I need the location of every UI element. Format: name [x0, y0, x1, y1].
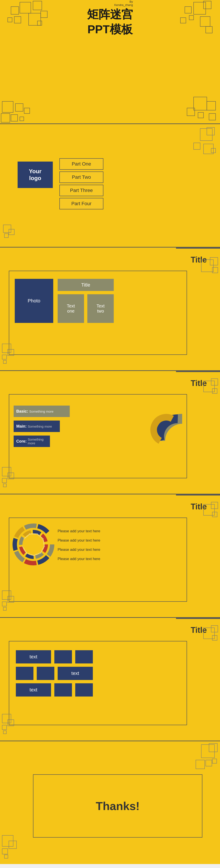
svg-rect-80 [204, 628, 215, 639]
slide-6: Title text text text [0, 617, 220, 741]
svg-rect-14 [206, 26, 212, 33]
author-label: By Kendra_zhang [87, 0, 133, 7]
nav-list: Part One Part Two Part Three Part Four [60, 158, 103, 211]
deco-tr-6 [192, 619, 219, 645]
nav-item-2[interactable]: Part Two [60, 172, 103, 183]
nav-item-4[interactable]: Part Four [60, 198, 103, 209]
maze-decoration-tr [172, 0, 216, 40]
svg-rect-83 [2, 714, 11, 723]
svg-rect-13 [180, 18, 186, 23]
deco-tr-2 [183, 126, 218, 161]
svg-rect-25 [209, 114, 216, 120]
svg-rect-7 [37, 21, 42, 25]
svg-rect-82 [212, 636, 217, 640]
text-item-1: Please add your text here [58, 529, 100, 533]
svg-rect-11 [200, 17, 210, 26]
svg-rect-26 [200, 128, 212, 141]
slide-5: Title [0, 494, 220, 617]
svg-rect-19 [11, 115, 17, 121]
svg-rect-21 [194, 97, 207, 110]
deco-tr-5 [192, 496, 219, 522]
text-block-row3: text [16, 683, 51, 696]
deco-bl-2 [2, 216, 20, 243]
svg-rect-38 [8, 349, 14, 355]
svg-rect-15 [2, 101, 13, 113]
svg-rect-79 [3, 607, 6, 610]
svg-rect-78 [2, 602, 7, 606]
content-border-6: text text text [9, 641, 187, 725]
svg-rect-37 [2, 344, 11, 353]
svg-rect-34 [201, 260, 213, 272]
svg-rect-41 [204, 381, 215, 392]
bar-main: Main: Something more [14, 421, 60, 432]
svg-rect-90 [206, 760, 212, 766]
svg-rect-32 [9, 229, 14, 235]
bar-core: Core: Something more [14, 436, 50, 447]
deco-bl-4 [1, 461, 19, 492]
svg-rect-0 [20, 2, 31, 13]
svg-rect-36 [212, 267, 218, 273]
svg-rect-8 [194, 2, 206, 14]
svg-rect-47 [3, 484, 6, 487]
svg-point-67 [27, 538, 40, 551]
svg-rect-39 [2, 355, 7, 359]
title-block-3: Title [58, 279, 114, 291]
svg-rect-76 [2, 591, 11, 599]
svg-rect-44 [2, 467, 11, 476]
slide-3: Title Photo Title Text one Text two [0, 247, 220, 370]
svg-rect-24 [198, 113, 204, 118]
nav-item-1[interactable]: Part One [60, 158, 103, 170]
deco-bl-7 [1, 831, 23, 862]
slide-4: Title Basic: Something more Main: Someth… [0, 370, 220, 494]
svg-rect-48 [204, 504, 215, 515]
svg-rect-16 [15, 103, 23, 111]
svg-rect-87 [201, 745, 215, 758]
svg-rect-91 [212, 759, 217, 763]
thanks-box: Thanks! [33, 774, 203, 838]
text-item-2: Please add your text here [58, 538, 100, 542]
svg-rect-28 [194, 143, 200, 150]
text-list-5: Please add your text here Please add you… [58, 529, 100, 566]
content-border-4: Basic: Something more Main: Something mo… [9, 394, 187, 478]
svg-rect-45 [8, 473, 14, 479]
svg-rect-17 [1, 114, 10, 122]
nav-item-3[interactable]: Part Three [60, 185, 103, 196]
svg-rect-10 [185, 7, 191, 13]
deco-bl-3 [1, 337, 19, 368]
svg-rect-29 [204, 144, 213, 154]
svg-rect-22 [207, 101, 216, 110]
svg-rect-35 [210, 257, 218, 265]
deco-bl-5 [1, 584, 19, 615]
content-border-5: CONTENTS CONTENTS CONTENTS CONTENTS CONT… [9, 518, 187, 602]
svg-rect-33 [4, 234, 8, 238]
svg-rect-18 [24, 108, 30, 114]
slide-2: Your logo Part One Part Two Part Three P… [0, 123, 220, 247]
text-block-row1: text [16, 650, 51, 663]
svg-rect-95 [4, 855, 8, 858]
deco-tr-3 [188, 249, 219, 277]
svg-rect-4 [14, 17, 21, 23]
text-two-block: Text two [87, 294, 114, 323]
svg-rect-31 [3, 225, 11, 232]
maze-decoration-br [176, 79, 220, 123]
text-item-4: Please add your text here [58, 557, 100, 561]
svg-rect-43 [212, 389, 217, 394]
maze-decoration-tl [7, 0, 50, 40]
donut-chart: CONTENTS CONTENTS CONTENTS CONTENTS CONT… [11, 522, 56, 566]
arc-chart [136, 397, 184, 445]
svg-rect-6 [41, 11, 47, 18]
svg-rect-85 [2, 725, 7, 730]
svg-rect-3 [29, 13, 41, 25]
svg-rect-84 [8, 720, 14, 726]
logo-box: Your logo [17, 161, 53, 188]
bar-basic: Basic: Something more [14, 406, 70, 417]
svg-rect-46 [2, 478, 7, 483]
svg-rect-1 [11, 7, 19, 14]
text-item-3: Please add your text here [58, 548, 100, 552]
svg-rect-94 [2, 848, 8, 854]
svg-rect-93 [9, 841, 16, 848]
svg-rect-77 [8, 596, 14, 602]
deco-tr-7 [184, 742, 219, 773]
content-border-3: Photo Title Text one Text two [9, 271, 187, 355]
svg-rect-50 [212, 512, 217, 517]
